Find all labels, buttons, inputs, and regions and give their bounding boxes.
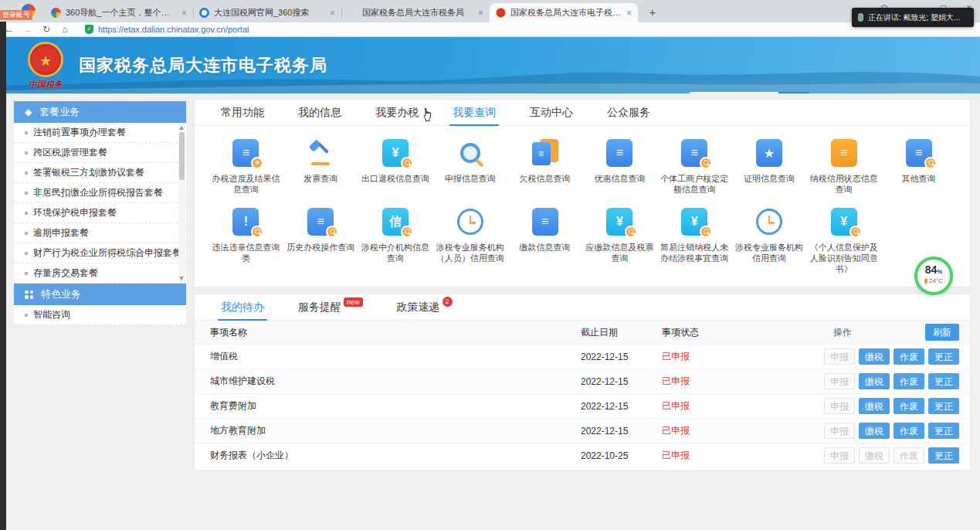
invoice-query[interactable]: 发票查询 <box>285 137 357 195</box>
query-icon-label: 涉税中介机构信息查询 <box>360 242 432 263</box>
personal-info-consent-icon: ¥ <box>808 206 880 238</box>
secure-shield-icon[interactable]: ✓ <box>85 25 93 34</box>
action-button-更正[interactable]: 更正 <box>928 398 959 414</box>
payment-info-query[interactable]: ≡缴款信息查询 <box>509 206 581 274</box>
todo-tab-政策速递[interactable]: 政策速递2 <box>397 294 453 320</box>
query-icon-label: 其他查询 <box>883 173 955 184</box>
table-row: 地方教育附加2022-12-15已申报申报缴税作废更正 <box>195 418 970 443</box>
simple-cancellation-pending-query-icon: ¥ <box>659 206 731 238</box>
sidebar-section-title: 套餐业务 <box>39 105 80 119</box>
action-button-作废[interactable]: 作废 <box>894 348 924 365</box>
row-item-name: 城市维护建设税 <box>195 375 581 388</box>
tax-service-agency-credit-query[interactable]: 涉税专业服务机构信用查询 <box>734 206 805 274</box>
action-button-作废[interactable]: 作废 <box>894 423 924 439</box>
sidebar-section-header[interactable]: 特色业务 <box>14 284 186 305</box>
query-icon-label: 优惠信息查询 <box>584 173 656 184</box>
reload-button[interactable]: ↻ <box>37 24 56 35</box>
tab-close-icon[interactable]: × <box>181 8 187 18</box>
sidebar-item[interactable]: 环境保护税申报套餐 <box>14 203 186 223</box>
action-button-作废[interactable]: 作废 <box>894 373 924 389</box>
widget-temperature: 24°C <box>929 277 943 284</box>
todo-tab-label: 我的待办 <box>221 301 264 314</box>
tab-我要办税[interactable]: 我要办税 <box>375 100 419 125</box>
home-button[interactable]: ⌂ <box>56 24 74 35</box>
other-query[interactable]: ≡其他查询 <box>883 137 955 195</box>
sidebar-item[interactable]: 财产行为税企业所得税综合申报套餐 <box>14 243 186 263</box>
action-button-缴税[interactable]: 缴税 <box>859 423 890 439</box>
tab-互动中心[interactable]: 互动中心 <box>530 100 573 125</box>
action-button-作废[interactable]: 作废 <box>894 398 924 414</box>
tax-credit-status-query[interactable]: ≡纳税信用状态信息查询 <box>808 137 880 195</box>
personal-info-consent[interactable]: ¥《个人信息保护及人脸识别告知同意书》 <box>808 206 880 274</box>
browser-tab-2[interactable]: 大连国税网官网_360搜索× <box>193 3 341 22</box>
sidebar-item[interactable]: 注销前置事项办理套餐 <box>14 123 186 143</box>
widget-percent: 84 <box>925 263 938 276</box>
tax-arrears-query[interactable]: ≡欠税信息查询 <box>509 137 581 195</box>
row-item-name: 财务报表（小企业） <box>195 449 581 462</box>
action-button-缴税[interactable]: 缴税 <box>859 348 890 365</box>
logo-caption: 中国税务 <box>22 79 70 90</box>
row-deadline: 2022-12-15 <box>581 352 662 362</box>
action-button-申报: 申报 <box>824 348 855 365</box>
violation-info-query[interactable]: !违法违章信息查询类 <box>210 206 282 274</box>
address-url[interactable]: https://etax.dalian.chinatax.gov.cn/port… <box>98 25 249 34</box>
action-button-更正[interactable]: 更正 <box>928 373 959 389</box>
new-tab-button[interactable]: + <box>646 5 660 19</box>
tab-公众服务[interactable]: 公众服务 <box>607 100 650 125</box>
payable-tax-ticket-query[interactable]: ¥应缴款信息及税票查询 <box>584 206 656 274</box>
tab-我要查询[interactable]: 我要查询 <box>453 100 496 125</box>
sidebar-scrollbar[interactable] <box>178 124 185 283</box>
tab-我的信息[interactable]: 我的信息 <box>298 100 341 125</box>
search-button[interactable]: 搜索 <box>778 92 809 93</box>
sidebar-item[interactable]: 签署银税三方划缴协议套餐 <box>14 163 186 183</box>
tab-close-icon[interactable]: × <box>330 8 335 18</box>
row-item-name: 教育费附加 <box>195 399 581 413</box>
tax-progress-result-query[interactable]: ≡*办税进度及结果信息查询 <box>210 137 282 195</box>
sidebar-item[interactable]: 存量房交易套餐 <box>14 263 186 284</box>
sidebar-item[interactable]: 跨区税源管理套餐 <box>14 143 186 163</box>
query-icon-label: 《个人信息保护及人脸识别告知同意书》 <box>808 242 880 274</box>
system-monitor-widget[interactable]: 84% 24°C <box>914 257 953 295</box>
query-icon-label: 申报信息查询 <box>434 173 506 184</box>
individual-quota-query[interactable]: ≡个体工商户核定定额信息查询 <box>659 137 731 195</box>
scroll-up-icon[interactable] <box>179 126 184 130</box>
refresh-button[interactable]: 刷新 <box>925 324 959 341</box>
browser-tab-4[interactable]: 国家税务总局大连市电子税务局× <box>490 3 638 22</box>
preferential-info-query-icon: ≡ <box>584 137 656 169</box>
action-button-缴税[interactable]: 缴税 <box>859 373 890 389</box>
todo-tab-我的待办[interactable]: 我的待办 <box>221 294 264 320</box>
sidebar-section-header[interactable]: ◆套餐业务 <box>14 101 186 123</box>
action-button-更正[interactable]: 更正 <box>928 423 959 439</box>
declaration-info-query[interactable]: 申报信息查询 <box>434 137 506 195</box>
browser-tab-1[interactable]: 360导航_一个主页，整个世界× <box>45 3 193 22</box>
sidebar-item[interactable]: 逾期申报套餐 <box>14 223 186 243</box>
tab-close-icon[interactable]: × <box>478 8 483 18</box>
magnifier-icon <box>460 143 480 163</box>
todo-tab-服务提醒[interactable]: 服务提醒new <box>298 294 363 320</box>
scroll-down-icon[interactable] <box>179 277 184 280</box>
tab-常用功能[interactable]: 常用功能 <box>221 100 264 125</box>
tax-intermediary-query[interactable]: 信涉税中介机构信息查询 <box>360 206 432 274</box>
row-deadline: 2022-10-25 <box>581 450 662 461</box>
export-rebate-query[interactable]: ¥出口退税信息查询 <box>360 137 432 195</box>
tab-close-icon[interactable]: × <box>626 8 632 18</box>
scrollbar-thumb[interactable] <box>179 132 185 180</box>
tax-service-agency-personnel-credit-query[interactable]: 涉税专业服务机构（人员）信用查询 <box>434 206 506 274</box>
forward-button[interactable]: → <box>19 24 37 35</box>
history-operation-query[interactable]: ≡历史办税操作查询 <box>285 206 357 274</box>
certificate-info-query[interactable]: ★证明信息查询 <box>734 137 805 195</box>
browser-tab-title: 大连国税网官网_360搜索 <box>214 7 325 19</box>
simple-cancellation-pending-query[interactable]: ¥简易注销纳税人未办结涉税事宜查询 <box>659 206 731 274</box>
360-navigator-icon <box>51 8 61 18</box>
sidebar-item[interactable]: 非居民扣缴企业所得税报告套餐 <box>14 183 186 203</box>
col-name: 事项名称 <box>195 326 581 339</box>
action-button-缴税[interactable]: 缴税 <box>859 398 890 414</box>
preferential-info-query[interactable]: ≡优惠信息查询 <box>584 137 656 195</box>
action-button-更正[interactable]: 更正 <box>928 348 959 365</box>
action-button-更正[interactable]: 更正 <box>928 447 959 464</box>
browser-tab-title: 国家税务总局大连市税务局 <box>362 7 473 19</box>
search-input[interactable] <box>690 92 778 93</box>
browser-tab-3[interactable]: 国家税务总局大连市税务局× <box>341 3 490 22</box>
sidebar-item[interactable]: 智能咨询 <box>14 305 186 325</box>
query-icon-label: 缴款信息查询 <box>509 242 581 253</box>
